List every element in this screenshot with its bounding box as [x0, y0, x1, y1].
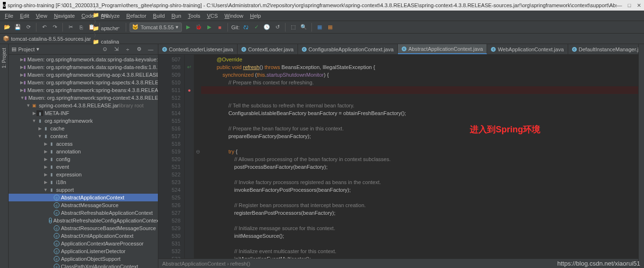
tree-node[interactable]: cAbstractRefreshableConfigApplicationCon… — [9, 217, 158, 224]
tree-node[interactable]: cApplicationListenerDetector — [9, 247, 158, 255]
menu-window[interactable]: Window — [222, 12, 246, 20]
git-label: Git: — [231, 24, 239, 30]
menu-vcs[interactable]: VCS — [204, 12, 221, 20]
tree-node[interactable]: ▼▮support — [9, 186, 158, 194]
git-update-icon[interactable]: 🗘 — [241, 23, 250, 32]
right-tool-strip — [638, 44, 644, 268]
tree-node[interactable]: ▶▮config — [9, 155, 158, 163]
tree-node[interactable]: ▶▮Maven: org.springframework:spring-aop:… — [9, 71, 158, 79]
editor-area: cContextLoaderListener.javacContextLoade… — [158, 44, 638, 268]
tree-node[interactable]: ▼▮Maven: org.springframework:spring-cont… — [9, 94, 158, 102]
editor-tab[interactable]: cWebApplicationContext.java — [487, 44, 568, 54]
tree-node[interactable]: cAbstractRefreshableApplicationContext — [9, 209, 158, 217]
tree-node[interactable]: ▼▣spring-context-4.3.8.RELEASE.jar libra… — [9, 102, 158, 109]
tree-node[interactable]: cAbstractApplicationContext — [9, 194, 158, 201]
tree-node[interactable]: ▶▮Maven: org.springframework:spring-aspe… — [9, 79, 158, 86]
chevron-down-icon: ▾ — [176, 24, 179, 30]
watermark: https://blog.csdn.net/xiaorui51 — [557, 260, 640, 267]
tool-icon-1[interactable]: ▦ — [315, 23, 324, 32]
user-annotation: 进入到Spring环境 — [470, 126, 540, 133]
archive-icon: 📦 — [3, 35, 10, 42]
coverage-icon[interactable]: ▶ — [205, 23, 214, 32]
save-icon[interactable]: 💾 — [13, 23, 22, 32]
menu-edit[interactable]: Edit — [17, 12, 32, 20]
tree-node[interactable]: ▼▮context — [9, 132, 158, 140]
project-tool-window: ▤ Project ▾ ⊙ ⇲ ÷ ⚙ — ▶▮Maven: org.sprin… — [9, 44, 158, 268]
nav-crumb[interactable]: 📁 org — [93, 12, 139, 18]
nav-root[interactable]: 📦 tomcat-catalina-8.5.55-sources.jar — [3, 35, 91, 42]
project-panel-icon: ▤ — [12, 46, 16, 52]
tree-node[interactable]: cAbstractResourceBasedMessageSource — [9, 224, 158, 232]
project-tool-tab[interactable]: 1: Project — [1, 46, 7, 70]
stop-icon[interactable]: ■ — [215, 23, 224, 32]
left-tool-strip: 1: Project — [0, 44, 9, 268]
run-config-label: Tomcat 8.5.55 — [141, 24, 174, 30]
cut-icon[interactable]: ✂ — [66, 23, 75, 32]
debug-icon[interactable]: 🐞 — [194, 23, 203, 32]
tree-node[interactable]: ▶▮i18n — [9, 178, 158, 186]
select-opened-icon[interactable]: ⊙ — [100, 45, 109, 54]
copy-icon[interactable]: ⎘ — [77, 23, 85, 32]
menu-run[interactable]: Run — [168, 12, 184, 20]
open-icon[interactable]: 📂 — [3, 23, 12, 32]
tree-node[interactable]: ▼▮org.springframework — [9, 117, 158, 125]
git-commit-icon[interactable]: ✓ — [252, 23, 261, 32]
search-icon[interactable]: 🔍 — [299, 23, 308, 32]
line-number-gutter[interactable]: 5075085095105115125135145155165175185195… — [158, 55, 185, 258]
editor-tabs: cContextLoaderListener.javacContextLoade… — [158, 44, 638, 55]
gutter-icons[interactable]: o↑● — [185, 55, 194, 258]
expand-icon[interactable]: ⇲ — [112, 45, 120, 54]
tree-node[interactable]: ▶▮Maven: org.springframework:spring-bean… — [9, 86, 158, 94]
menu-view[interactable]: View — [33, 12, 50, 20]
structure-icon[interactable]: ⬚ — [289, 23, 298, 32]
folder-icon: 📁 — [93, 12, 99, 18]
git-revert-icon[interactable]: ↺ — [273, 23, 282, 32]
project-panel-title: Project — [18, 47, 35, 52]
editor-tab[interactable]: cAbstractApplicationContext.java — [398, 44, 487, 54]
collapse-icon[interactable]: ÷ — [123, 45, 132, 54]
menu-navigate[interactable]: Navigate — [51, 12, 77, 20]
refresh-icon[interactable]: ⟳ — [24, 23, 33, 32]
menu-build[interactable]: Build — [150, 12, 167, 20]
menu-help[interactable]: Help — [247, 12, 264, 20]
code-area[interactable]: 进入到Spring环境 @Override public void refres… — [201, 55, 638, 258]
editor-tab[interactable]: cDefaultInstanceManager.java — [568, 44, 638, 54]
tree-node[interactable]: ▶▮META-INF — [9, 109, 158, 117]
tree-node[interactable]: ▶▮annotation — [9, 148, 158, 155]
tree-node[interactable]: ▶▮event — [9, 163, 158, 171]
menu-tools[interactable]: Tools — [185, 12, 203, 20]
redo-icon[interactable]: ↷ — [50, 23, 59, 32]
class-icon: c — [402, 47, 406, 51]
tree-node[interactable]: cAbstractMessageSource — [9, 201, 158, 209]
fold-column[interactable]: ⊖ — [194, 55, 201, 258]
tree-node[interactable]: ▶▮expression — [9, 171, 158, 178]
app-icon: IJ — [3, 2, 6, 9]
minimize-button[interactable]: — — [617, 2, 622, 9]
tree-node[interactable]: cApplicationObjectSupport — [9, 255, 158, 263]
undo-icon[interactable]: ↶ — [40, 23, 48, 32]
nav-crumb[interactable]: 📁 apache — [93, 25, 139, 32]
chevron-down-icon[interactable]: ▾ — [36, 46, 39, 52]
gear-icon[interactable]: ⚙ — [135, 45, 143, 54]
tree-node[interactable]: ▶▮access — [9, 140, 158, 148]
folder-icon: 📁 — [93, 25, 99, 32]
class-icon: c — [572, 47, 577, 52]
tree-node[interactable]: cApplicationContextAwareProcessor — [9, 240, 158, 247]
maximize-button[interactable]: □ — [628, 2, 631, 9]
close-button[interactable]: ✕ — [637, 2, 641, 9]
tree-node[interactable]: ▶▮Maven: org.springframework.data:spring… — [9, 56, 158, 63]
tree-node[interactable]: ▶▮cache — [9, 125, 158, 132]
editor-tab[interactable]: cContextLoaderListener.java — [158, 44, 238, 54]
hide-icon[interactable]: — — [146, 45, 155, 54]
git-history-icon[interactable]: 🕓 — [262, 23, 271, 32]
project-tree[interactable]: ▶▮Maven: org.springframework.data:spring… — [9, 55, 158, 268]
tree-node[interactable]: ▶▮Maven: org.springframework.data:spring… — [9, 63, 158, 71]
tool-icon-2[interactable]: ▦ — [326, 23, 334, 32]
run-icon[interactable]: ▶ — [184, 23, 192, 32]
editor-tab[interactable]: cContextLoader.java — [238, 44, 298, 54]
tree-node[interactable]: cAbstractXmlApplicationContext — [9, 232, 158, 240]
class-icon: c — [491, 47, 496, 52]
editor-tab[interactable]: cConfigurableApplicationContext.java — [298, 44, 398, 54]
tree-node[interactable]: cClassPathXmlApplicationContext — [9, 263, 158, 268]
menu-file[interactable]: File — [2, 12, 16, 20]
